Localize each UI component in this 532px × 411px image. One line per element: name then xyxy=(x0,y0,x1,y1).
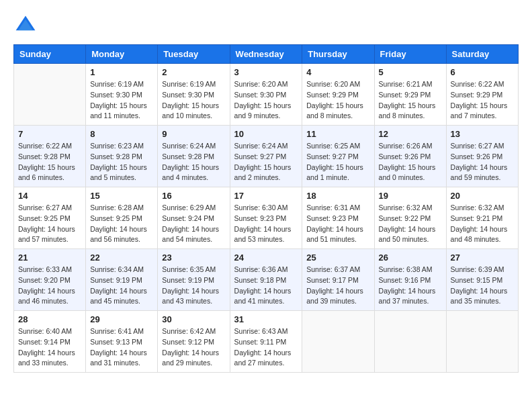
day-info: Sunrise: 6:39 AMSunset: 9:15 PMDaylight:… xyxy=(451,265,514,307)
calendar-cell xyxy=(374,311,446,373)
calendar-cell: 1Sunrise: 6:19 AMSunset: 9:30 PMDaylight… xyxy=(86,64,158,126)
day-info: Sunrise: 6:38 AMSunset: 9:16 PMDaylight:… xyxy=(379,265,442,307)
calendar-cell: 30Sunrise: 6:42 AMSunset: 9:12 PMDayligh… xyxy=(158,311,230,373)
day-number: 17 xyxy=(234,191,298,201)
day-info: Sunrise: 6:32 AMSunset: 9:21 PMDaylight:… xyxy=(451,203,514,245)
day-number: 31 xyxy=(234,314,298,324)
calendar-cell xyxy=(14,64,86,126)
day-info: Sunrise: 6:35 AMSunset: 9:19 PMDaylight:… xyxy=(162,265,225,307)
calendar-cell: 6Sunrise: 6:22 AMSunset: 9:29 PMDaylight… xyxy=(446,64,518,126)
calendar-cell: 28Sunrise: 6:40 AMSunset: 9:14 PMDayligh… xyxy=(14,311,86,373)
day-number: 14 xyxy=(18,191,81,201)
calendar-cell: 14Sunrise: 6:27 AMSunset: 9:25 PMDayligh… xyxy=(14,187,86,249)
calendar-cell: 2Sunrise: 6:19 AMSunset: 9:30 PMDaylight… xyxy=(158,64,230,126)
calendar-week-row: 21Sunrise: 6:33 AMSunset: 9:20 PMDayligh… xyxy=(14,249,519,311)
day-info: Sunrise: 6:33 AMSunset: 9:20 PMDaylight:… xyxy=(18,265,81,307)
calendar-cell: 31Sunrise: 6:43 AMSunset: 9:11 PMDayligh… xyxy=(230,311,302,373)
day-info: Sunrise: 6:30 AMSunset: 9:23 PMDaylight:… xyxy=(234,203,298,245)
calendar-cell xyxy=(302,311,374,373)
calendar-cell: 3Sunrise: 6:20 AMSunset: 9:30 PMDaylight… xyxy=(230,64,302,126)
day-number: 22 xyxy=(90,253,153,263)
calendar-table: SundayMondayTuesdayWednesdayThursdayFrid… xyxy=(13,44,519,373)
calendar-cell: 8Sunrise: 6:23 AMSunset: 9:28 PMDaylight… xyxy=(86,126,158,187)
day-number: 11 xyxy=(306,129,369,139)
weekday-header: Friday xyxy=(374,45,446,64)
day-number: 9 xyxy=(162,129,225,139)
calendar-cell: 7Sunrise: 6:22 AMSunset: 9:28 PMDaylight… xyxy=(14,126,86,187)
day-info: Sunrise: 6:29 AMSunset: 9:24 PMDaylight:… xyxy=(162,203,225,245)
calendar-week-row: 7Sunrise: 6:22 AMSunset: 9:28 PMDaylight… xyxy=(14,126,519,187)
day-info: Sunrise: 6:23 AMSunset: 9:28 PMDaylight:… xyxy=(90,141,153,183)
calendar-cell: 15Sunrise: 6:28 AMSunset: 9:25 PMDayligh… xyxy=(86,187,158,249)
calendar-cell: 11Sunrise: 6:25 AMSunset: 9:27 PMDayligh… xyxy=(302,126,374,187)
day-info: Sunrise: 6:40 AMSunset: 9:14 PMDaylight:… xyxy=(18,326,81,369)
calendar-cell: 25Sunrise: 6:37 AMSunset: 9:17 PMDayligh… xyxy=(302,249,374,311)
calendar-cell: 18Sunrise: 6:31 AMSunset: 9:23 PMDayligh… xyxy=(302,187,374,249)
calendar-cell: 12Sunrise: 6:26 AMSunset: 9:26 PMDayligh… xyxy=(374,126,446,187)
calendar-cell: 10Sunrise: 6:24 AMSunset: 9:27 PMDayligh… xyxy=(230,126,302,187)
calendar-cell: 21Sunrise: 6:33 AMSunset: 9:20 PMDayligh… xyxy=(14,249,86,311)
day-number: 29 xyxy=(90,314,153,324)
day-number: 30 xyxy=(162,314,225,324)
day-number: 27 xyxy=(451,253,514,263)
calendar-cell: 26Sunrise: 6:38 AMSunset: 9:16 PMDayligh… xyxy=(374,249,446,311)
weekday-header: Sunday xyxy=(14,45,86,64)
logo-icon xyxy=(13,13,38,38)
calendar-week-row: 1Sunrise: 6:19 AMSunset: 9:30 PMDaylight… xyxy=(14,64,519,126)
logo xyxy=(13,13,40,38)
calendar-cell xyxy=(446,311,518,373)
calendar-cell: 13Sunrise: 6:27 AMSunset: 9:26 PMDayligh… xyxy=(446,126,518,187)
day-number: 26 xyxy=(379,253,442,263)
calendar-cell: 17Sunrise: 6:30 AMSunset: 9:23 PMDayligh… xyxy=(230,187,302,249)
day-number: 18 xyxy=(306,191,369,201)
day-info: Sunrise: 6:19 AMSunset: 9:30 PMDaylight:… xyxy=(90,79,153,122)
day-info: Sunrise: 6:27 AMSunset: 9:25 PMDaylight:… xyxy=(18,203,81,245)
weekday-header: Tuesday xyxy=(158,45,230,64)
calendar-cell: 19Sunrise: 6:32 AMSunset: 9:22 PMDayligh… xyxy=(374,187,446,249)
day-number: 10 xyxy=(234,129,298,139)
day-info: Sunrise: 6:31 AMSunset: 9:23 PMDaylight:… xyxy=(306,203,369,245)
day-info: Sunrise: 6:37 AMSunset: 9:17 PMDaylight:… xyxy=(306,265,369,307)
page-header xyxy=(13,13,519,38)
calendar-cell: 4Sunrise: 6:20 AMSunset: 9:29 PMDaylight… xyxy=(302,64,374,126)
day-number: 20 xyxy=(451,191,514,201)
day-number: 3 xyxy=(234,67,298,77)
day-number: 7 xyxy=(18,129,81,139)
day-number: 16 xyxy=(162,191,225,201)
day-number: 6 xyxy=(451,67,514,77)
day-number: 5 xyxy=(379,67,442,77)
day-number: 24 xyxy=(234,253,298,263)
calendar-cell: 24Sunrise: 6:36 AMSunset: 9:18 PMDayligh… xyxy=(230,249,302,311)
day-info: Sunrise: 6:22 AMSunset: 9:28 PMDaylight:… xyxy=(18,141,81,183)
day-info: Sunrise: 6:42 AMSunset: 9:12 PMDaylight:… xyxy=(162,326,225,369)
calendar-cell: 22Sunrise: 6:34 AMSunset: 9:19 PMDayligh… xyxy=(86,249,158,311)
day-info: Sunrise: 6:27 AMSunset: 9:26 PMDaylight:… xyxy=(451,141,514,183)
calendar-header-row: SundayMondayTuesdayWednesdayThursdayFrid… xyxy=(14,45,519,64)
day-number: 8 xyxy=(90,129,153,139)
weekday-header: Wednesday xyxy=(230,45,302,64)
day-info: Sunrise: 6:24 AMSunset: 9:27 PMDaylight:… xyxy=(234,141,298,183)
day-info: Sunrise: 6:22 AMSunset: 9:29 PMDaylight:… xyxy=(451,79,514,122)
day-number: 15 xyxy=(90,191,153,201)
day-number: 2 xyxy=(162,67,225,77)
day-number: 13 xyxy=(451,129,514,139)
day-number: 23 xyxy=(162,253,225,263)
day-info: Sunrise: 6:43 AMSunset: 9:11 PMDaylight:… xyxy=(234,326,298,369)
day-number: 4 xyxy=(306,67,369,77)
day-info: Sunrise: 6:25 AMSunset: 9:27 PMDaylight:… xyxy=(306,141,369,183)
weekday-header: Monday xyxy=(86,45,158,64)
day-info: Sunrise: 6:32 AMSunset: 9:22 PMDaylight:… xyxy=(379,203,442,245)
day-info: Sunrise: 6:19 AMSunset: 9:30 PMDaylight:… xyxy=(162,79,225,122)
day-number: 12 xyxy=(379,129,442,139)
day-info: Sunrise: 6:41 AMSunset: 9:13 PMDaylight:… xyxy=(90,326,153,369)
weekday-header: Thursday xyxy=(302,45,374,64)
calendar-cell: 5Sunrise: 6:21 AMSunset: 9:29 PMDaylight… xyxy=(374,64,446,126)
weekday-header: Saturday xyxy=(446,45,518,64)
calendar-cell: 27Sunrise: 6:39 AMSunset: 9:15 PMDayligh… xyxy=(446,249,518,311)
calendar-week-row: 14Sunrise: 6:27 AMSunset: 9:25 PMDayligh… xyxy=(14,187,519,249)
day-info: Sunrise: 6:28 AMSunset: 9:25 PMDaylight:… xyxy=(90,203,153,245)
day-number: 21 xyxy=(18,253,81,263)
day-info: Sunrise: 6:21 AMSunset: 9:29 PMDaylight:… xyxy=(379,79,442,122)
day-info: Sunrise: 6:26 AMSunset: 9:26 PMDaylight:… xyxy=(379,141,442,183)
calendar-cell: 16Sunrise: 6:29 AMSunset: 9:24 PMDayligh… xyxy=(158,187,230,249)
